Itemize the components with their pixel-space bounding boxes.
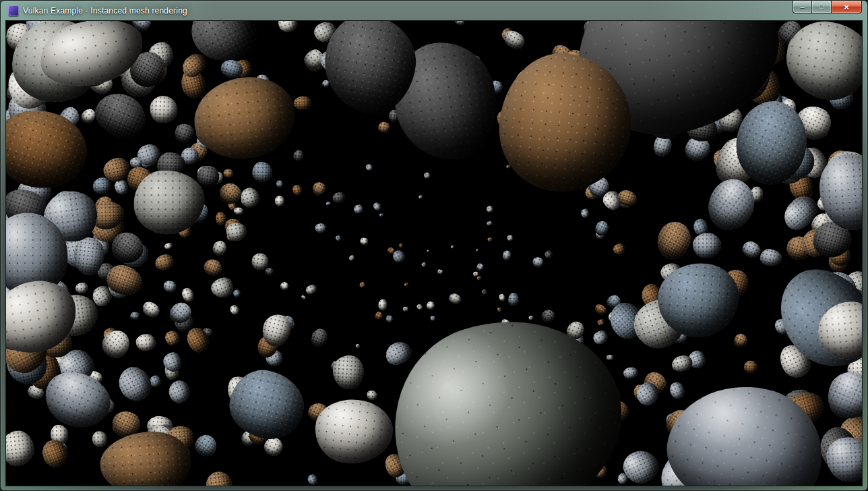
rock [12, 158, 36, 178]
rock [111, 33, 138, 63]
minimize-button[interactable]: – [793, 1, 812, 13]
rock [80, 21, 116, 48]
rock [395, 471, 412, 484]
rock [396, 411, 406, 420]
rock [92, 22, 120, 50]
rock [54, 344, 100, 389]
rock [467, 130, 475, 138]
rock [372, 200, 383, 211]
rock [716, 104, 745, 134]
rock [480, 288, 488, 295]
render-viewport[interactable] [6, 21, 862, 486]
rock [69, 36, 104, 64]
rock [264, 349, 284, 367]
rock [98, 429, 193, 486]
rock [378, 299, 388, 310]
rock [741, 21, 781, 59]
maximize-button[interactable]: □ [812, 1, 832, 13]
rock [473, 444, 483, 455]
rock [166, 298, 195, 327]
rock [129, 21, 155, 34]
rock [786, 192, 822, 227]
rock [174, 313, 193, 332]
rock [31, 28, 55, 52]
rock [506, 235, 514, 242]
rock [507, 474, 526, 486]
rock [93, 177, 112, 194]
rock [146, 415, 173, 438]
rock [142, 160, 151, 168]
rock [643, 98, 666, 121]
rock [113, 177, 130, 196]
rock [6, 21, 37, 55]
rock [475, 248, 478, 252]
rock [239, 185, 261, 209]
rock [183, 324, 214, 356]
rock [241, 129, 263, 152]
rock [685, 114, 718, 142]
rock [367, 290, 648, 486]
rock [596, 29, 620, 57]
rock [506, 165, 511, 169]
rock [274, 395, 292, 419]
rock [176, 179, 203, 204]
rock [691, 356, 704, 369]
rock [693, 57, 710, 75]
title-bar[interactable]: Vulkan Example - Instanced mesh renderin… [1, 1, 867, 21]
rock [706, 129, 768, 193]
window-title: Vulkan Example - Instanced mesh renderin… [23, 6, 187, 16]
rock [30, 267, 53, 288]
rock [542, 82, 557, 99]
rock [447, 292, 462, 306]
rock [6, 239, 33, 267]
rock [781, 388, 817, 419]
rock [92, 430, 108, 447]
rock [647, 55, 673, 81]
rock [266, 346, 277, 357]
rock [113, 362, 156, 406]
rock [6, 184, 51, 231]
rock [445, 364, 454, 374]
rock [6, 213, 68, 297]
rock [84, 44, 102, 62]
rock [174, 201, 192, 218]
rock [814, 266, 861, 312]
close-button[interactable]: × [832, 1, 862, 13]
rock [40, 187, 100, 245]
rock [172, 121, 196, 146]
rock [544, 465, 570, 486]
rock [211, 171, 224, 185]
rock [6, 249, 29, 285]
rock [385, 315, 394, 323]
rock [664, 411, 689, 432]
rock [71, 236, 106, 277]
rock [751, 63, 770, 84]
rock [604, 115, 627, 138]
rock [827, 284, 862, 328]
rock [790, 100, 836, 145]
rock [547, 343, 558, 353]
rock [658, 324, 672, 340]
rock [690, 440, 706, 453]
rock [684, 21, 725, 49]
rock [817, 304, 851, 336]
rock [107, 343, 125, 360]
rock [225, 221, 248, 243]
rock [499, 293, 506, 302]
rock [156, 434, 183, 467]
rock [382, 338, 415, 370]
rock [778, 97, 799, 119]
rock [567, 332, 584, 349]
rock [355, 344, 360, 349]
rock [124, 164, 156, 195]
rock [6, 98, 96, 200]
rock [520, 132, 530, 142]
rock [90, 21, 117, 37]
rock [111, 52, 140, 80]
rock [802, 60, 835, 94]
rock [421, 262, 427, 268]
rock [691, 420, 720, 443]
rock [269, 343, 278, 351]
rock [259, 312, 293, 350]
rock [315, 223, 327, 233]
